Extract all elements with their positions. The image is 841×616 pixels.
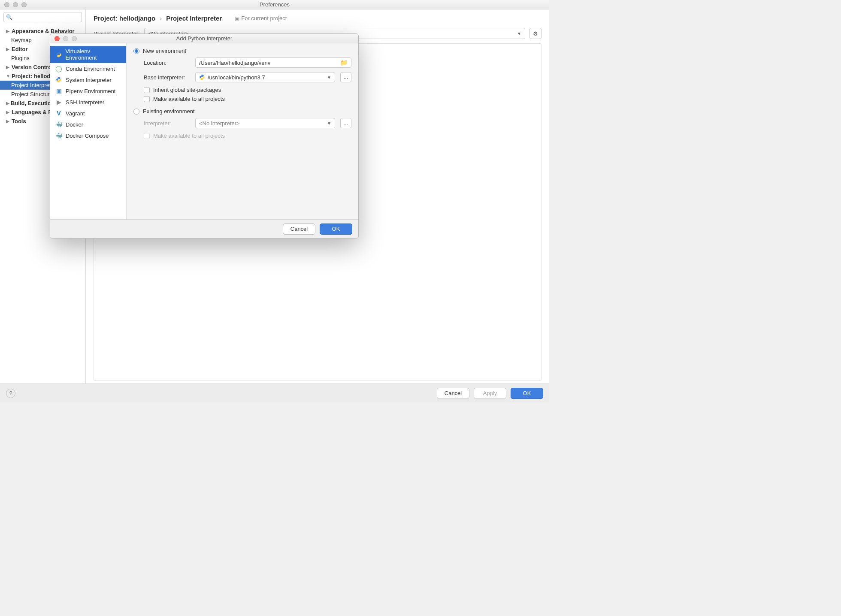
breadcrumb-sep: › — [160, 15, 162, 22]
checkbox-icon — [144, 133, 150, 139]
radio-existing-label: Existing environment — [143, 108, 195, 115]
prefs-title: Preferences — [0, 1, 549, 8]
breadcrumb-hint: ▣ For current project — [235, 15, 287, 21]
env-label: Docker — [66, 121, 83, 128]
env-conda[interactable]: ◯ Conda Environment — [50, 63, 126, 74]
modal-traffic-zoom — [72, 36, 77, 41]
modal-cancel-button[interactable]: Cancel — [283, 223, 315, 235]
existing-interpreter-row: Interpreter: <No interpreter> ▼ … — [144, 118, 351, 128]
python-icon — [55, 76, 62, 83]
breadcrumb: Project: hellodjango › Project Interpret… — [94, 15, 542, 28]
location-label: Location: — [144, 60, 190, 66]
modal-title: Add Python Interpreter — [50, 35, 358, 42]
location-input[interactable]: /Users/Hao/hellodjango/venv 📁 — [195, 57, 351, 68]
prefs-cancel-button[interactable]: Cancel — [437, 388, 469, 399]
radio-existing-env[interactable]: Existing environment — [133, 108, 351, 115]
radio-new-label: New environment — [143, 48, 186, 54]
env-label: Pipenv Environment — [66, 88, 115, 94]
checkbox-icon — [144, 87, 150, 93]
env-vagrant[interactable]: V Vagrant — [50, 108, 126, 119]
search-icon: 🔍 — [6, 14, 12, 20]
vagrant-icon: V — [55, 110, 62, 117]
existing-interp-value: <No interpreter> — [199, 120, 240, 127]
traffic-minimize[interactable] — [13, 2, 18, 7]
env-form: New environment Location: /Users/Hao/hel… — [127, 43, 358, 219]
make-available-checkbox-row[interactable]: Make available to all projects — [144, 96, 351, 102]
modal-body: Virtualenv Environment ◯ Conda Environme… — [50, 43, 358, 219]
conda-icon: ◯ — [55, 65, 62, 72]
env-label: Virtualenv Environment — [65, 48, 121, 61]
env-label: Vagrant — [66, 110, 85, 117]
existing-make-available-label: Make available to all projects — [153, 133, 225, 139]
radio-icon — [133, 48, 139, 54]
interpreter-settings-button[interactable]: ⚙ — [529, 28, 542, 39]
env-label: Docker Compose — [66, 133, 109, 139]
gear-icon: ⚙ — [533, 30, 538, 37]
env-virtualenv[interactable]: Virtualenv Environment — [50, 46, 126, 63]
existing-make-available-row: Make available to all projects — [144, 133, 351, 139]
modal-traffic-close[interactable] — [54, 36, 60, 41]
env-docker-compose[interactable]: 🐳 Docker Compose — [50, 130, 126, 141]
checkbox-icon — [144, 96, 150, 102]
docker-compose-icon: 🐳 — [55, 132, 62, 139]
prefs-ok-button[interactable]: OK — [511, 388, 543, 399]
base-browse-button[interactable]: … — [340, 72, 351, 82]
radio-new-env[interactable]: New environment — [133, 48, 351, 54]
crumb-section: Project Interpreter — [166, 15, 222, 22]
docker-icon: 🐳 — [55, 121, 62, 128]
existing-env-fields: Interpreter: <No interpreter> ▼ … Make a… — [133, 118, 351, 139]
env-type-list: Virtualenv Environment ◯ Conda Environme… — [50, 43, 127, 219]
inherit-label: Inherit global site-packages — [153, 87, 221, 93]
prefs-titlebar: Preferences — [0, 0, 549, 9]
combo-caret-icon: ▼ — [327, 75, 331, 80]
base-value: /usr/local/bin/python3.7 — [208, 74, 265, 81]
combo-caret-icon: ▼ — [517, 31, 521, 36]
base-label: Base interpreter: — [144, 74, 190, 81]
existing-browse-button: … — [340, 118, 351, 128]
add-interpreter-dialog: Add Python Interpreter Virtualenv Enviro… — [50, 33, 359, 239]
env-label: SSH Interpreter — [66, 99, 104, 106]
modal-ok-button[interactable]: OK — [320, 223, 352, 235]
search-input[interactable] — [3, 12, 82, 22]
inherit-checkbox-row[interactable]: Inherit global site-packages — [144, 87, 351, 93]
env-docker[interactable]: 🐳 Docker — [50, 119, 126, 130]
traffic-close[interactable] — [4, 2, 9, 7]
search-wrap: 🔍 — [0, 9, 85, 25]
location-row: Location: /Users/Hao/hellodjango/venv 📁 — [144, 57, 351, 68]
prefs-apply-button[interactable]: Apply — [474, 388, 506, 399]
modal-traffic-minimize — [63, 36, 68, 41]
prefs-button-bar: ? Cancel Apply OK — [0, 383, 549, 402]
combo-caret-icon: ▼ — [327, 121, 331, 126]
existing-interpreter-combo: <No interpreter> ▼ — [195, 118, 335, 128]
ssh-icon: ▶ — [55, 99, 62, 106]
env-pipenv[interactable]: ▣ Pipenv Environment — [50, 85, 126, 97]
pipenv-icon: ▣ — [55, 88, 62, 94]
crumb-project: Project: hellodjango — [94, 15, 155, 22]
base-interpreter-row: Base interpreter: /usr/local/bin/python3… — [144, 72, 351, 82]
env-system[interactable]: System Interpreter — [50, 74, 126, 85]
base-interpreter-combo[interactable]: /usr/local/bin/python3.7 ▼ — [195, 72, 335, 82]
python-icon — [199, 74, 205, 80]
existing-interp-label: Interpreter: — [144, 120, 190, 127]
modal-button-bar: Cancel OK — [50, 219, 358, 238]
env-ssh[interactable]: ▶ SSH Interpreter — [50, 97, 126, 108]
scope-icon: ▣ — [235, 15, 239, 21]
python-icon — [55, 51, 62, 58]
env-label: Conda Environment — [66, 66, 115, 72]
folder-icon[interactable]: 📁 — [340, 59, 348, 66]
help-button[interactable]: ? — [6, 389, 15, 398]
make-available-label: Make available to all projects — [153, 96, 225, 102]
env-label: System Interpreter — [66, 77, 112, 83]
radio-icon — [133, 109, 139, 115]
traffic-zoom[interactable] — [21, 2, 27, 7]
new-env-fields: Location: /Users/Hao/hellodjango/venv 📁 … — [133, 57, 351, 102]
location-value: /Users/Hao/hellodjango/venv — [199, 60, 270, 66]
modal-titlebar: Add Python Interpreter — [50, 34, 358, 43]
